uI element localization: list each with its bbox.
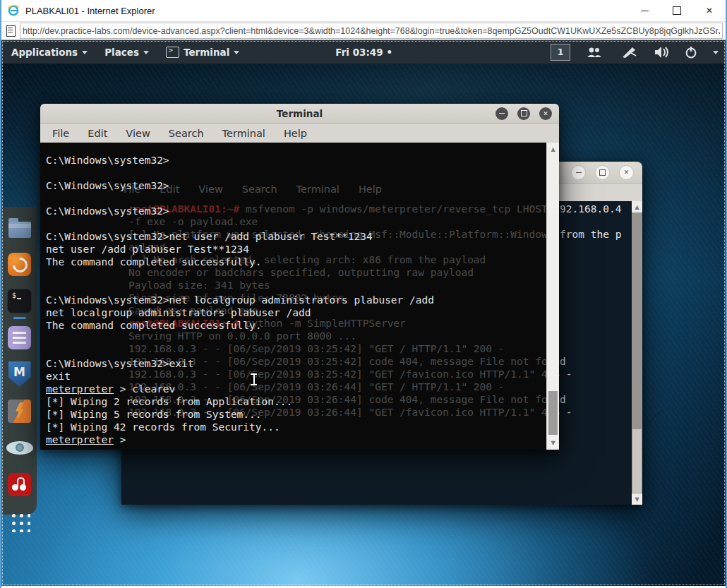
terminal-icon[interactable]: [6, 287, 33, 314]
metasploit-icon[interactable]: [6, 361, 33, 388]
menu-item-view[interactable]: View: [116, 128, 159, 139]
scrollbar[interactable]: [546, 143, 559, 450]
address-input[interactable]: [20, 23, 723, 39]
cherrytree-icon[interactable]: [6, 471, 33, 498]
scroll-down-icon[interactable]: [632, 493, 642, 505]
ie-window: PLABKALI01 - Internet Explorer Applicati…: [0, 0, 727, 588]
terminal-line: [46, 268, 434, 281]
gedit-icon[interactable]: [6, 324, 33, 351]
terminal-line: C:\Windows\system32>net user /add plabus…: [46, 230, 434, 243]
chevron-down-icon: [82, 51, 88, 54]
places-menu[interactable]: Places: [96, 40, 157, 64]
terminal-line: [46, 167, 434, 179]
active-app-menu[interactable]: Terminal: [157, 40, 248, 64]
page-icon: [6, 25, 16, 37]
terminal-line: [46, 344, 434, 357]
gnome-topbar: Applications Places Terminal Fri 03:49 1: [1, 40, 726, 64]
favorites-dock: [2, 207, 37, 515]
minimize-button[interactable]: [495, 107, 508, 120]
close-button[interactable]: [539, 107, 552, 120]
terminal-line: [46, 281, 434, 294]
scroll-down-icon[interactable]: [547, 438, 559, 448]
scrollbar-thumb[interactable]: [632, 429, 642, 493]
menu-item-help[interactable]: Help: [275, 128, 316, 139]
minimize-button[interactable]: [571, 165, 586, 180]
ie-titlebar: PLABKALI01 - Internet Explorer: [1, 0, 726, 21]
maximize-button[interactable]: [517, 107, 530, 120]
terminal-line: exit: [46, 370, 434, 383]
close-button[interactable]: [693, 0, 726, 21]
terminal-line: meterpreter >: [46, 433, 434, 446]
terminal-line: C:\Windows\system32>: [46, 205, 434, 217]
terminal-line: net localgroup administrators plabuser /…: [46, 306, 434, 319]
burpsuite-icon[interactable]: [6, 397, 33, 424]
menu-item-edit[interactable]: Edit: [78, 128, 116, 139]
terminal-line: [*] Wiping 5 records from System...: [46, 408, 434, 421]
scroll-up-icon[interactable]: [632, 201, 642, 212]
applications-menu[interactable]: Applications: [1, 40, 96, 64]
terminal-line: The command completed successfully.: [46, 256, 434, 268]
internet-explorer-icon: [7, 4, 20, 17]
clock[interactable]: Fri 03:49: [335, 40, 391, 64]
terminal-icon: [166, 47, 179, 58]
terminal-titlebar[interactable]: Terminal: [40, 104, 559, 124]
terminal-menubar: FileEditViewSearchTerminalHelp: [40, 124, 559, 144]
menu-item-file[interactable]: File: [43, 128, 78, 139]
terminal-line: [46, 332, 434, 344]
chevron-down-icon[interactable]: [713, 51, 719, 54]
terminal-line: C:\Windows\system32>: [46, 154, 434, 167]
address-bar: [1, 21, 726, 40]
maximize-button[interactable]: [595, 165, 610, 180]
menu-item-terminal[interactable]: Terminal: [213, 128, 275, 139]
files-icon[interactable]: [6, 214, 33, 241]
terminal-line: C:\Windows\system32>exit: [46, 357, 434, 370]
terminal-line: C:\Windows\system32>: [46, 179, 434, 192]
terminal-line: C:\Windows\system32>net localgroup admin…: [46, 294, 434, 306]
chevron-down-icon: [234, 51, 239, 54]
firefox-icon[interactable]: [6, 251, 33, 277]
terminal-line: The command completed successfully.: [46, 319, 434, 332]
close-button[interactable]: [619, 165, 634, 180]
terminal-window[interactable]: Terminal FileEditViewSearchTerminalHelp …: [40, 104, 559, 450]
users-icon[interactable]: [586, 47, 603, 58]
minimize-button[interactable]: [628, 0, 661, 21]
eye-icon[interactable]: [6, 434, 33, 461]
menu-item-search[interactable]: Search: [160, 128, 213, 139]
scroll-up-icon[interactable]: [547, 144, 559, 155]
remote-desktop[interactable]: Applications Places Terminal Fri 03:49 1: [1, 40, 726, 586]
terminal-line: [*] Wiping 42 records from Security...: [46, 421, 434, 433]
maximize-button[interactable]: [661, 0, 693, 21]
power-icon[interactable]: [685, 46, 697, 59]
pen-input-icon[interactable]: [621, 46, 637, 59]
terminal-line: [46, 192, 434, 205]
terminal-line: meterpreter > clearev: [46, 383, 434, 395]
terminal-line: [46, 217, 434, 230]
workspace-indicator[interactable]: 1: [551, 44, 570, 61]
terminal-output[interactable]: FileEditViewSearchTerminalHelp root@PLAB…: [40, 143, 559, 450]
terminal-line: net user /add plabuser Test**1234: [46, 243, 434, 256]
scrollbar-thumb[interactable]: [548, 391, 558, 435]
show-applications-icon[interactable]: [6, 508, 33, 534]
chevron-down-icon: [143, 51, 149, 54]
notification-dot-icon: [388, 50, 392, 54]
running-indicator: [13, 317, 26, 319]
terminal-line: [*] Wiping 2 records from Application...: [46, 395, 434, 408]
window-title: PLABKALI01 - Internet Explorer: [25, 6, 155, 16]
volume-icon[interactable]: [654, 46, 669, 59]
scrollbar[interactable]: [632, 201, 642, 505]
terminal-title: Terminal: [277, 108, 323, 119]
